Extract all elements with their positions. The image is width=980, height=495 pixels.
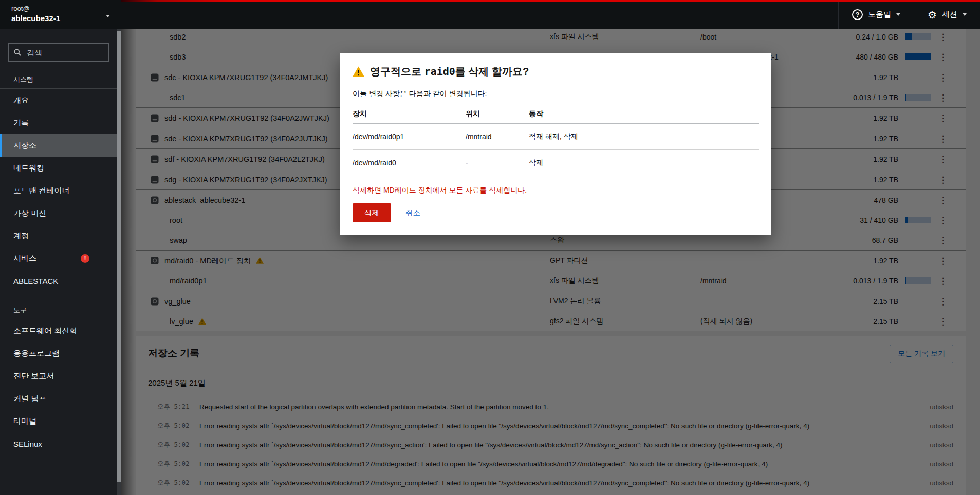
chevron-down-icon bbox=[896, 13, 900, 16]
sidebar-item-logs[interactable]: 기록 bbox=[0, 111, 117, 134]
delete-raid-dialog: 영구적으로 raid0를 삭제 할까요? 이들 변경 사항은 다음과 같이 변경… bbox=[340, 53, 771, 235]
chevron-down-icon bbox=[963, 13, 967, 16]
sidebar-item-label: 커널 덤프 bbox=[13, 394, 46, 404]
sidebar-item-networking[interactable]: 네트워킹 bbox=[0, 157, 117, 179]
sidebar-item-podman[interactable]: 포드맨 컨테이너 bbox=[0, 179, 117, 202]
sidebar-scrollbar[interactable] bbox=[117, 29, 121, 495]
cockpit-screen: root@ ablecube32-1 ? 도움말 ⚙ 세션 bbox=[0, 0, 980, 495]
sidebar-item-selinux[interactable]: SELinux bbox=[0, 432, 117, 455]
sidebar-search[interactable] bbox=[8, 43, 109, 62]
services-alert-badge: ! bbox=[81, 254, 89, 263]
dialog-column-header: 장치 bbox=[353, 105, 466, 124]
sidebar-shadow bbox=[121, 29, 135, 495]
sidebar-item-terminal[interactable]: 터미널 bbox=[0, 410, 117, 432]
sidebar-item-overview[interactable]: 개요 bbox=[0, 89, 117, 111]
sidebar: 시스템개요기록저장소네트워킹포드맨 컨테이너가상 머신계정서비스!ABLESTA… bbox=[0, 29, 117, 495]
dialog-title: 영구적으로 raid0를 삭제 할까요? bbox=[353, 65, 759, 79]
change-action: 삭제 bbox=[529, 150, 759, 176]
sidebar-item-kernel-dump[interactable]: 커널 덤프 bbox=[0, 387, 117, 410]
sidebar-scrollbar-thumb[interactable] bbox=[117, 31, 121, 482]
dialog-column-header: 동작 bbox=[529, 105, 759, 124]
sidebar-item-storage[interactable]: 저장소 bbox=[0, 134, 117, 157]
sidebar-item-ablestack[interactable]: ABLESTACK bbox=[0, 270, 117, 292]
masthead: root@ ablecube32-1 ? 도움말 ⚙ 세션 bbox=[0, 0, 980, 29]
cancel-button[interactable]: 취소 bbox=[405, 208, 420, 218]
raid-device-name: raid0 bbox=[424, 65, 455, 78]
change-location: - bbox=[466, 150, 529, 176]
nav-section-label: 시스템 bbox=[13, 75, 117, 84]
sidebar-item-label: 계정 bbox=[13, 231, 29, 241]
session-menu[interactable]: ⚙ 세션 bbox=[914, 0, 980, 29]
logged-in-user: root@ bbox=[11, 5, 113, 12]
gear-icon: ⚙ bbox=[928, 10, 937, 20]
sidebar-item-label: 포드맨 컨테이너 bbox=[13, 186, 69, 196]
session-menu-label: 세션 bbox=[942, 10, 957, 20]
sidebar-item-label: 네트워킹 bbox=[13, 163, 44, 173]
sidebar-item-label: 소프트웨어 최신화 bbox=[13, 326, 77, 336]
help-menu-label: 도움말 bbox=[868, 10, 891, 20]
sidebar-item-label: 서비스 bbox=[13, 254, 36, 263]
sidebar-item-accounts[interactable]: 계정 bbox=[0, 224, 117, 247]
nav-section-label: 도구 bbox=[13, 306, 117, 315]
chevron-down-icon bbox=[106, 15, 110, 17]
delete-button[interactable]: 삭제 bbox=[353, 203, 391, 222]
sidebar-item-virtual-machines[interactable]: 가상 머신 bbox=[0, 202, 117, 224]
sidebar-item-label: 가상 머신 bbox=[13, 208, 46, 218]
accent-top-bar bbox=[121, 0, 980, 2]
dialog-column-header: 위치 bbox=[466, 105, 529, 124]
search-icon bbox=[14, 49, 21, 56]
sidebar-item-label: ABLESTACK bbox=[13, 277, 58, 285]
sidebar-item-label: 저장소 bbox=[13, 141, 36, 150]
change-device: /dev/md/raid0p1 bbox=[353, 124, 466, 150]
dialog-title-text: 영구적으로 raid0를 삭제 할까요? bbox=[370, 65, 529, 79]
sidebar-item-label: 응용프로그램 bbox=[13, 349, 60, 358]
sidebar-item-software-updates[interactable]: 소프트웨어 최신화 bbox=[0, 319, 117, 342]
dialog-actions: 삭제 취소 bbox=[353, 203, 759, 222]
sidebar-item-label: SELinux bbox=[13, 440, 42, 448]
dialog-intro: 이들 변경 사항은 다음과 같이 변경됩니다: bbox=[353, 89, 759, 99]
warning-icon bbox=[353, 66, 364, 77]
sidebar-item-label: 기록 bbox=[13, 118, 29, 128]
dialog-change-row: /dev/md/raid0p1/mntraid적재 해제, 삭제 bbox=[353, 124, 759, 150]
help-icon: ? bbox=[852, 9, 863, 20]
masthead-toolbar: ? 도움말 ⚙ 세션 bbox=[838, 0, 980, 29]
sidebar-item-diagnostic-reports[interactable]: 진단 보고서 bbox=[0, 365, 117, 387]
help-menu[interactable]: ? 도움말 bbox=[838, 0, 914, 29]
dialog-change-row: /dev/md/raid0-삭제 bbox=[353, 150, 759, 176]
dialog-changes-table: 장치위치동작 /dev/md/raid0p1/mntraid적재 해제, 삭제/… bbox=[353, 105, 759, 176]
change-device: /dev/md/raid0 bbox=[353, 150, 466, 176]
hostname: ablecube32-1 bbox=[11, 14, 113, 23]
host-switcher[interactable]: root@ ablecube32-1 bbox=[0, 0, 121, 29]
sidebar-item-label: 개요 bbox=[13, 96, 29, 105]
sidebar-item-services[interactable]: 서비스! bbox=[0, 247, 117, 270]
sidebar-item-label: 터미널 bbox=[13, 416, 36, 426]
change-location: /mntraid bbox=[466, 124, 529, 150]
sidebar-item-applications[interactable]: 응용프로그램 bbox=[0, 342, 117, 365]
search-input[interactable] bbox=[26, 48, 100, 58]
sidebar-nav: 시스템개요기록저장소네트워킹포드맨 컨테이너가상 머신계정서비스!ABLESTA… bbox=[0, 75, 117, 455]
change-action: 적재 해제, 삭제 bbox=[529, 124, 759, 150]
sidebar-item-label: 진단 보고서 bbox=[13, 371, 54, 381]
dialog-danger-text: 삭제하면 MD레이드 장치에서 모든 자료를 삭제합니다. bbox=[353, 186, 759, 195]
